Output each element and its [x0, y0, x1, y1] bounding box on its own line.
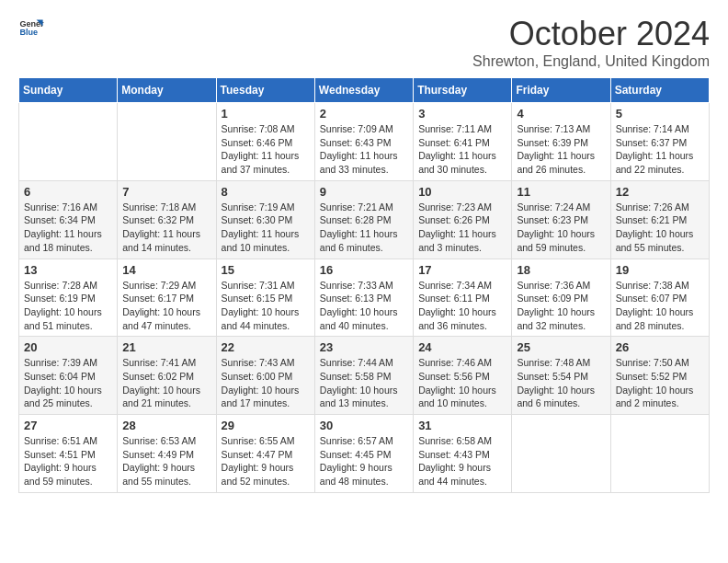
- day-number: 4: [517, 107, 605, 121]
- calendar-cell: 3Sunrise: 7:11 AM Sunset: 6:41 PM Daylig…: [414, 103, 512, 181]
- day-number: 14: [122, 263, 210, 277]
- calendar-cell: 12Sunrise: 7:26 AM Sunset: 6:21 PM Dayli…: [610, 180, 709, 259]
- day-info: Sunrise: 7:09 AM Sunset: 6:43 PM Dayligh…: [320, 122, 408, 177]
- calendar-cell: 26Sunrise: 7:50 AM Sunset: 5:52 PM Dayli…: [610, 337, 709, 415]
- day-number: 24: [418, 340, 506, 354]
- calendar-cell: 20Sunrise: 7:39 AM Sunset: 6:04 PM Dayli…: [19, 337, 118, 415]
- month-title: October 2024: [472, 15, 710, 53]
- calendar-cell: [19, 103, 118, 181]
- title-section: October 2024 Shrewton, England, United K…: [472, 15, 710, 70]
- day-number: 26: [616, 340, 704, 354]
- day-info: Sunrise: 6:58 AM Sunset: 4:43 PM Dayligh…: [418, 434, 506, 488]
- day-info: Sunrise: 7:11 AM Sunset: 6:41 PM Dayligh…: [418, 122, 506, 177]
- calendar-cell: 31Sunrise: 6:58 AM Sunset: 4:43 PM Dayli…: [414, 415, 512, 493]
- calendar-cell: [610, 415, 709, 493]
- day-info: Sunrise: 7:18 AM Sunset: 6:32 PM Dayligh…: [122, 201, 210, 255]
- calendar-cell: 4Sunrise: 7:13 AM Sunset: 6:39 PM Daylig…: [512, 103, 610, 181]
- day-number: 3: [418, 107, 506, 121]
- calendar-cell: 22Sunrise: 7:43 AM Sunset: 6:00 PM Dayli…: [216, 337, 314, 415]
- day-info: Sunrise: 6:51 AM Sunset: 4:51 PM Dayligh…: [24, 434, 112, 488]
- weekday-header-sunday: Sunday: [19, 78, 118, 103]
- day-number: 12: [616, 185, 704, 199]
- page-header: General Blue October 2024 Shrewton, Engl…: [18, 15, 710, 70]
- day-number: 31: [418, 419, 506, 432]
- calendar-week-row: 27Sunrise: 6:51 AM Sunset: 4:51 PM Dayli…: [19, 415, 710, 493]
- day-info: Sunrise: 7:50 AM Sunset: 5:52 PM Dayligh…: [616, 356, 704, 410]
- day-info: Sunrise: 6:57 AM Sunset: 4:45 PM Dayligh…: [320, 434, 408, 488]
- svg-text:Blue: Blue: [19, 28, 38, 37]
- calendar-cell: 1Sunrise: 7:08 AM Sunset: 6:46 PM Daylig…: [216, 103, 314, 181]
- weekday-header-row: SundayMondayTuesdayWednesdayThursdayFrid…: [19, 78, 710, 103]
- calendar-cell: 28Sunrise: 6:53 AM Sunset: 4:49 PM Dayli…: [118, 415, 216, 493]
- weekday-header-thursday: Thursday: [414, 78, 512, 103]
- weekday-header-tuesday: Tuesday: [216, 78, 314, 103]
- logo-icon: General Blue: [18, 15, 44, 40]
- calendar-cell: 9Sunrise: 7:21 AM Sunset: 6:28 PM Daylig…: [314, 180, 413, 259]
- day-info: Sunrise: 7:08 AM Sunset: 6:46 PM Dayligh…: [222, 122, 310, 177]
- weekday-header-friday: Friday: [512, 78, 610, 103]
- calendar-cell: 13Sunrise: 7:28 AM Sunset: 6:19 PM Dayli…: [19, 259, 118, 337]
- day-number: 15: [222, 263, 310, 277]
- day-info: Sunrise: 7:43 AM Sunset: 6:00 PM Dayligh…: [222, 356, 310, 410]
- day-number: 2: [320, 107, 408, 121]
- calendar-cell: 21Sunrise: 7:41 AM Sunset: 6:02 PM Dayli…: [118, 337, 216, 415]
- day-info: Sunrise: 6:55 AM Sunset: 4:47 PM Dayligh…: [222, 434, 310, 488]
- day-info: Sunrise: 7:46 AM Sunset: 5:56 PM Dayligh…: [418, 356, 506, 410]
- calendar-cell: 2Sunrise: 7:09 AM Sunset: 6:43 PM Daylig…: [314, 103, 413, 181]
- calendar-cell: 14Sunrise: 7:29 AM Sunset: 6:17 PM Dayli…: [118, 259, 216, 337]
- day-number: 20: [24, 340, 112, 354]
- day-number: 29: [222, 419, 310, 432]
- weekday-header-wednesday: Wednesday: [314, 78, 413, 103]
- day-number: 16: [320, 263, 408, 277]
- calendar-cell: 18Sunrise: 7:36 AM Sunset: 6:09 PM Dayli…: [512, 259, 610, 337]
- calendar-cell: 16Sunrise: 7:33 AM Sunset: 6:13 PM Dayli…: [314, 259, 413, 337]
- day-number: 18: [517, 263, 605, 277]
- day-info: Sunrise: 6:53 AM Sunset: 4:49 PM Dayligh…: [122, 434, 210, 488]
- calendar-cell: 17Sunrise: 7:34 AM Sunset: 6:11 PM Dayli…: [414, 259, 512, 337]
- calendar-week-row: 1Sunrise: 7:08 AM Sunset: 6:46 PM Daylig…: [19, 103, 710, 181]
- calendar-table: SundayMondayTuesdayWednesdayThursdayFrid…: [18, 77, 710, 493]
- day-number: 7: [122, 185, 210, 199]
- calendar-week-row: 6Sunrise: 7:16 AM Sunset: 6:34 PM Daylig…: [19, 180, 710, 259]
- day-number: 13: [24, 263, 112, 277]
- logo: General Blue: [18, 15, 44, 40]
- calendar-cell: 30Sunrise: 6:57 AM Sunset: 4:45 PM Dayli…: [314, 415, 413, 493]
- day-number: 28: [122, 419, 210, 432]
- day-info: Sunrise: 7:39 AM Sunset: 6:04 PM Dayligh…: [24, 356, 112, 410]
- calendar-cell: [118, 103, 216, 181]
- day-number: 22: [222, 340, 310, 354]
- calendar-cell: 27Sunrise: 6:51 AM Sunset: 4:51 PM Dayli…: [19, 415, 118, 493]
- calendar-cell: 7Sunrise: 7:18 AM Sunset: 6:32 PM Daylig…: [118, 180, 216, 259]
- day-info: Sunrise: 7:16 AM Sunset: 6:34 PM Dayligh…: [24, 201, 112, 255]
- day-number: 30: [320, 419, 408, 432]
- day-number: 1: [222, 107, 310, 121]
- weekday-header-monday: Monday: [118, 78, 216, 103]
- calendar-cell: 29Sunrise: 6:55 AM Sunset: 4:47 PM Dayli…: [216, 415, 314, 493]
- calendar-cell: 25Sunrise: 7:48 AM Sunset: 5:54 PM Dayli…: [512, 337, 610, 415]
- day-number: 5: [616, 107, 704, 121]
- day-info: Sunrise: 7:48 AM Sunset: 5:54 PM Dayligh…: [517, 356, 605, 410]
- day-number: 21: [122, 340, 210, 354]
- day-info: Sunrise: 7:34 AM Sunset: 6:11 PM Dayligh…: [418, 279, 506, 333]
- calendar-cell: 23Sunrise: 7:44 AM Sunset: 5:58 PM Dayli…: [314, 337, 413, 415]
- day-info: Sunrise: 7:13 AM Sunset: 6:39 PM Dayligh…: [517, 122, 605, 177]
- day-number: 10: [418, 185, 506, 199]
- day-number: 27: [24, 419, 112, 432]
- day-info: Sunrise: 7:24 AM Sunset: 6:23 PM Dayligh…: [517, 201, 605, 255]
- location: Shrewton, England, United Kingdom: [472, 53, 710, 70]
- day-info: Sunrise: 7:21 AM Sunset: 6:28 PM Dayligh…: [320, 201, 408, 255]
- day-number: 9: [320, 185, 408, 199]
- day-number: 23: [320, 340, 408, 354]
- day-info: Sunrise: 7:26 AM Sunset: 6:21 PM Dayligh…: [616, 201, 704, 255]
- day-info: Sunrise: 7:28 AM Sunset: 6:19 PM Dayligh…: [24, 279, 112, 333]
- day-info: Sunrise: 7:29 AM Sunset: 6:17 PM Dayligh…: [122, 279, 210, 333]
- weekday-header-saturday: Saturday: [610, 78, 709, 103]
- calendar-week-row: 13Sunrise: 7:28 AM Sunset: 6:19 PM Dayli…: [19, 259, 710, 337]
- calendar-week-row: 20Sunrise: 7:39 AM Sunset: 6:04 PM Dayli…: [19, 337, 710, 415]
- day-info: Sunrise: 7:44 AM Sunset: 5:58 PM Dayligh…: [320, 356, 408, 410]
- day-number: 8: [222, 185, 310, 199]
- day-info: Sunrise: 7:33 AM Sunset: 6:13 PM Dayligh…: [320, 279, 408, 333]
- calendar-cell: [512, 415, 610, 493]
- day-number: 19: [616, 263, 704, 277]
- calendar-cell: 5Sunrise: 7:14 AM Sunset: 6:37 PM Daylig…: [610, 103, 709, 181]
